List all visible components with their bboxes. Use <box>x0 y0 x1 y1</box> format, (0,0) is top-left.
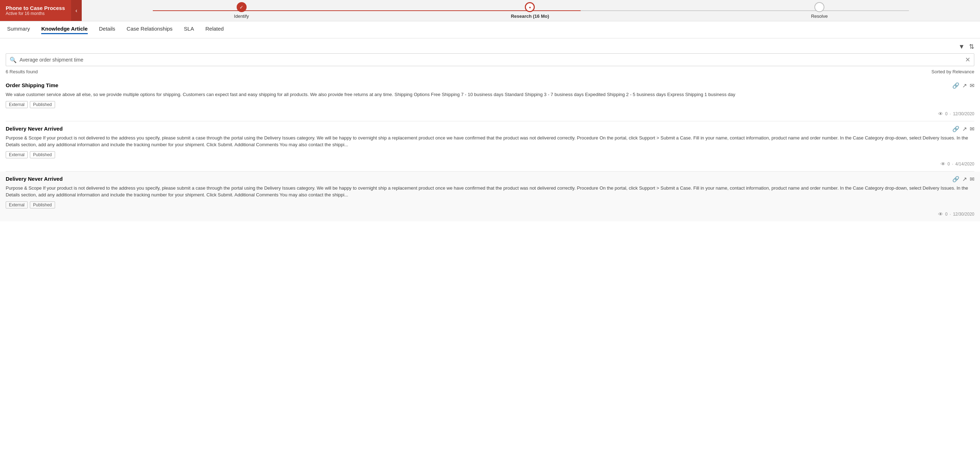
article-link-icon[interactable]: 🔗 <box>952 176 959 182</box>
article-date: 12/30/2020 <box>953 212 974 217</box>
step-identify[interactable]: ✓ Identify <box>234 2 249 19</box>
article-actions: 🔗 ↗ ✉ <box>952 82 974 89</box>
article-date: 12/30/2020 <box>953 111 974 116</box>
article-title: Order Shipping Time <box>6 82 58 88</box>
search-toolbar: ▼ ⇅ <box>6 43 974 51</box>
process-title-main: Phone to Case Process <box>6 5 65 11</box>
process-title: Phone to Case Process Active for 16 mont… <box>0 0 71 21</box>
tag-published: Published <box>30 151 55 158</box>
article-link-icon[interactable]: 🔗 <box>952 82 959 89</box>
article-title: Delivery Never Arrived <box>6 126 62 132</box>
article-body: Purpose & Scope If your product is not d… <box>6 134 974 149</box>
footer-separator: · <box>950 111 951 116</box>
step-research[interactable]: ● Research (16 Mo) <box>511 2 549 19</box>
article-email-icon[interactable]: ✉ <box>970 176 974 182</box>
article-header: Delivery Never Arrived 🔗 ↗ ✉ <box>6 126 974 133</box>
search-clear-icon[interactable]: ✕ <box>965 56 970 64</box>
process-bar: Phone to Case Process Active for 16 mont… <box>0 0 980 21</box>
article-card: Order Shipping Time 🔗 ↗ ✉ We value custo… <box>6 78 974 121</box>
process-subtitle: Active for 16 months <box>6 11 65 16</box>
article-tags: External Published <box>6 201 974 208</box>
views-icon: 👁 <box>938 111 943 117</box>
article-external-icon[interactable]: ↗ <box>962 82 967 89</box>
tag-external: External <box>6 151 28 158</box>
sort-icon[interactable]: ⇅ <box>969 43 974 51</box>
step-identify-circle: ✓ <box>237 2 247 12</box>
article-body: We value customer service above all else… <box>6 91 974 98</box>
article-email-icon[interactable]: ✉ <box>970 126 974 133</box>
tab-case-relationships[interactable]: Case Relationships <box>127 26 172 34</box>
article-footer: 👁 0 · 12/30/2020 <box>6 111 974 117</box>
nav-tabs: Summary Knowledge Article Details Case R… <box>0 21 980 38</box>
footer-separator: · <box>952 161 953 166</box>
step-research-label: Research (16 Mo) <box>511 13 549 19</box>
views-icon: 👁 <box>940 161 945 167</box>
tab-knowledge-article[interactable]: Knowledge Article <box>41 26 88 34</box>
tab-related[interactable]: Related <box>205 26 224 34</box>
step-resolve-circle <box>815 2 824 12</box>
step-identify-label: Identify <box>234 13 249 19</box>
tag-external: External <box>6 101 28 108</box>
filter-icon[interactable]: ▼ <box>958 43 965 51</box>
search-input[interactable] <box>19 57 965 62</box>
article-tags: External Published <box>6 101 974 108</box>
article-views: 0 <box>945 111 948 116</box>
article-header: Delivery Never Arrived 🔗 ↗ ✉ <box>6 176 974 182</box>
tab-sla[interactable]: SLA <box>184 26 194 34</box>
views-icon: 👁 <box>938 211 943 217</box>
step-research-circle: ● <box>525 2 535 12</box>
tag-external: External <box>6 201 28 208</box>
tab-details[interactable]: Details <box>99 26 116 34</box>
article-card: Delivery Never Arrived 🔗 ↗ ✉ Purpose & S… <box>6 121 974 171</box>
tag-published: Published <box>30 201 55 208</box>
article-email-icon[interactable]: ✉ <box>970 82 974 89</box>
main-content: ▼ ⇅ 🔍 ✕ 6 Results found Sorted by Releva… <box>0 38 980 225</box>
article-title: Delivery Never Arrived <box>6 176 62 182</box>
sorted-by: Sorted by Relevance <box>931 69 974 74</box>
article-card: Delivery Never Arrived 🔗 ↗ ✉ Purpose & S… <box>0 171 980 221</box>
article-header: Order Shipping Time 🔗 ↗ ✉ <box>6 82 974 89</box>
article-external-icon[interactable]: ↗ <box>962 176 967 182</box>
search-icon: 🔍 <box>10 57 17 63</box>
tab-summary[interactable]: Summary <box>7 26 30 34</box>
article-link-icon[interactable]: 🔗 <box>952 126 959 133</box>
article-footer: 👁 0 · 12/30/2020 <box>6 211 974 217</box>
search-box: 🔍 ✕ <box>6 53 974 66</box>
article-footer: 👁 0 · 4/14/2020 <box>6 161 974 167</box>
results-count: 6 Results found <box>6 69 38 74</box>
article-views: 0 <box>945 212 948 217</box>
results-bar: 6 Results found Sorted by Relevance <box>6 69 974 74</box>
step-resolve-label: Resolve <box>811 13 827 19</box>
tag-published: Published <box>30 101 55 108</box>
footer-separator: · <box>950 212 951 217</box>
article-actions: 🔗 ↗ ✉ <box>952 176 974 182</box>
article-body: Purpose & Scope If your product is not d… <box>6 185 974 198</box>
step-resolve[interactable]: Resolve <box>811 2 827 19</box>
process-collapse-button[interactable]: ‹ <box>71 0 82 21</box>
article-external-icon[interactable]: ↗ <box>962 126 967 133</box>
article-date: 4/14/2020 <box>956 161 974 166</box>
article-views: 0 <box>948 161 950 166</box>
process-steps: ✓ Identify ● Research (16 Mo) Resolve <box>82 2 980 19</box>
article-actions: 🔗 ↗ ✉ <box>952 126 974 133</box>
article-tags: External Published <box>6 151 974 158</box>
